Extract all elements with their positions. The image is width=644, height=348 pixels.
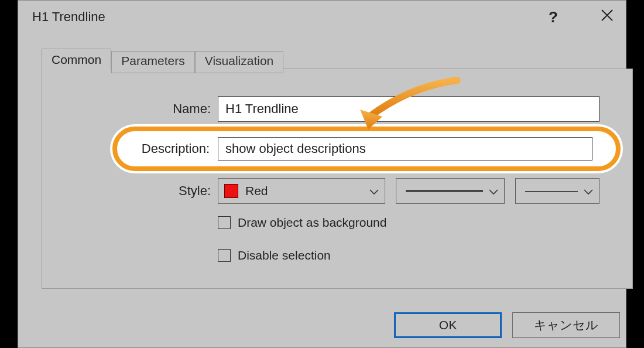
tab-visualization[interactable]: Visualization bbox=[195, 51, 284, 73]
dialog-title: H1 Trendline bbox=[18, 9, 535, 25]
titlebar: H1 Trendline ? bbox=[18, 1, 626, 33]
color-swatch bbox=[224, 184, 238, 198]
disable-selection-checkbox[interactable] bbox=[218, 249, 231, 262]
row-draw-bg: Draw object as background bbox=[42, 216, 632, 230]
chevron-down-icon bbox=[369, 184, 379, 198]
disable-selection-label: Disable selection bbox=[238, 248, 331, 262]
line-sample bbox=[406, 190, 483, 192]
cancel-button[interactable]: キャンセル bbox=[512, 312, 620, 338]
color-combo[interactable]: Red bbox=[218, 178, 385, 204]
name-label: Name: bbox=[42, 101, 218, 117]
line-style-combo[interactable] bbox=[396, 178, 505, 204]
row-name: Name: H1 Trendline bbox=[42, 96, 632, 122]
description-label: Description: bbox=[117, 141, 215, 156]
name-input[interactable]: H1 Trendline bbox=[218, 96, 600, 122]
description-input[interactable]: show object descriptions bbox=[218, 137, 592, 161]
dialog-window: H1 Trendline ? Common Parameters Visuali… bbox=[18, 0, 626, 348]
chevron-down-icon bbox=[584, 184, 593, 198]
line-weight-combo[interactable] bbox=[515, 178, 600, 204]
tab-parameters[interactable]: Parameters bbox=[111, 51, 195, 73]
common-panel: Name: H1 Trendline Description: show obj… bbox=[42, 69, 633, 289]
row-style: Style: Red bbox=[42, 178, 632, 204]
help-button[interactable]: ? bbox=[535, 1, 572, 33]
description-highlight: Description: show object descriptions bbox=[112, 127, 621, 171]
style-label: Style: bbox=[42, 183, 218, 199]
tab-bar: Common Parameters Visualization bbox=[42, 49, 283, 71]
row-disable-selection: Disable selection bbox=[42, 248, 632, 262]
tab-common[interactable]: Common bbox=[42, 49, 111, 71]
chevron-down-icon bbox=[489, 184, 498, 198]
dialog-buttons: OK キャンセル bbox=[394, 312, 620, 338]
color-name: Red bbox=[245, 184, 268, 198]
draw-bg-checkbox[interactable] bbox=[218, 216, 231, 229]
ok-button[interactable]: OK bbox=[394, 312, 502, 338]
close-icon bbox=[601, 9, 614, 25]
close-button[interactable] bbox=[588, 1, 626, 33]
draw-bg-label: Draw object as background bbox=[238, 216, 386, 230]
weight-sample bbox=[525, 191, 578, 192]
